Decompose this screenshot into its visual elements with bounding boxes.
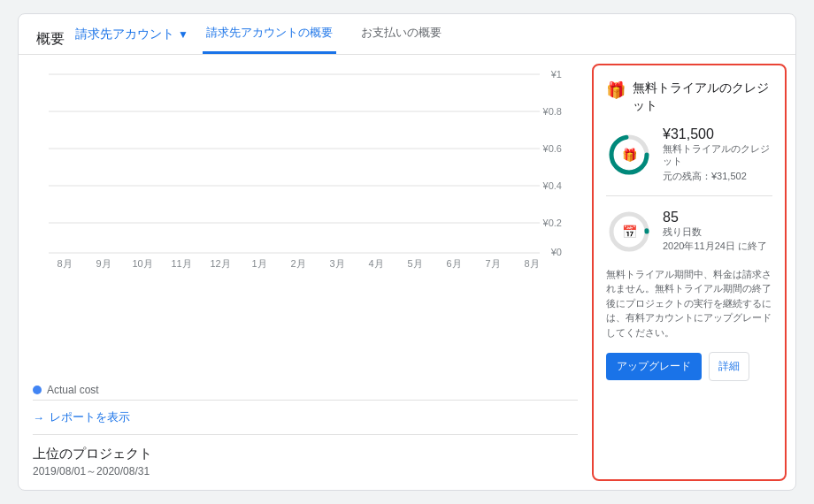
credit-donut: 🎁 <box>606 132 652 178</box>
tab-payment-overview[interactable]: お支払いの概要 <box>357 25 445 54</box>
divider <box>606 195 772 196</box>
svg-text:4月: 4月 <box>368 258 383 269</box>
tab-billing-overview[interactable]: 請求先アカウントの概要 <box>203 25 336 54</box>
days-info: 85 残り日数 2020年11月24日 に終了 <box>663 210 767 253</box>
projects-title: 上位のプロジェクト <box>33 446 578 462</box>
detail-button[interactable]: 詳細 <box>709 352 749 381</box>
free-trial-notice: 無料トライアル期間中、料金は請求されません。無料トライアル期間の終了後にプロジェ… <box>606 267 772 340</box>
report-link[interactable]: → レポートを表示 <box>33 400 578 435</box>
svg-text:¥1: ¥1 <box>550 69 562 80</box>
days-amount: 85 <box>663 210 767 225</box>
tab-bar: 請求先アカウントの概要 お支払いの概要 <box>203 25 778 54</box>
legend-dot <box>33 386 42 394</box>
svg-text:1月: 1月 <box>251 258 266 269</box>
panel-title: 🎁 無料トライアルのクレジット <box>606 80 772 114</box>
main-window: 概要 請求先アカウント ▼ 請求先アカウントの概要 お支払いの概要 ¥1 ¥0.… <box>18 13 796 491</box>
svg-text:2月: 2月 <box>290 258 305 269</box>
chart-svg: ¥1 ¥0.8 ¥0.6 ¥0.4 ¥0.2 ¥0 8月 9月 <box>33 65 578 269</box>
chevron-down-icon: ▼ <box>178 28 188 41</box>
chart-area: ¥1 ¥0.8 ¥0.6 ¥0.4 ¥0.2 ¥0 8月 9月 <box>33 65 578 378</box>
projects-subtitle: 2019/08/01～2020/08/31 <box>33 464 578 479</box>
account-selector[interactable]: 請求先アカウント ▼ <box>75 27 188 53</box>
svg-text:10月: 10月 <box>132 258 152 269</box>
svg-text:¥0.8: ¥0.8 <box>542 106 562 117</box>
svg-text:¥0.6: ¥0.6 <box>542 143 562 154</box>
credit-amount: ¥31,500 <box>663 126 772 142</box>
credit-original: 元の残高：¥31,502 <box>663 170 772 183</box>
arrow-right-icon: → <box>33 411 44 424</box>
svg-text:7月: 7月 <box>485 258 500 269</box>
chart-legend: Actual cost <box>33 384 578 396</box>
svg-text:12月: 12月 <box>210 258 230 269</box>
svg-text:9月: 9月 <box>96 258 111 269</box>
projects-section: 上位のプロジェクト 2019/08/01～2020/08/31 <box>33 446 578 479</box>
credit-item: 🎁 ¥31,500 無料トライアルのクレジット 元の残高：¥31,502 <box>606 126 772 183</box>
svg-text:📅: 📅 <box>622 225 638 240</box>
days-item: 📅 85 残り日数 2020年11月24日 に終了 <box>606 209 772 255</box>
header: 概要 請求先アカウント ▼ 請求先アカウントの概要 お支払いの概要 <box>19 14 795 55</box>
report-link-label: レポートを表示 <box>50 409 130 425</box>
credit-label: 無料トライアルのクレジット <box>663 142 772 168</box>
panel-buttons: アップグレード 詳細 <box>606 352 772 381</box>
svg-text:8月: 8月 <box>524 258 539 269</box>
right-panel: 🎁 無料トライアルのクレジット 🎁 ¥31,500 <box>592 64 787 481</box>
svg-text:¥0: ¥0 <box>550 247 562 257</box>
days-end: 2020年11月24日 に終了 <box>663 240 767 253</box>
svg-text:🎁: 🎁 <box>622 148 638 163</box>
panel-title-text: 無料トライアルのクレジット <box>633 80 772 114</box>
credit-info: ¥31,500 無料トライアルのクレジット 元の残高：¥31,502 <box>663 126 772 183</box>
svg-text:3月: 3月 <box>329 258 344 269</box>
days-label: 残り日数 <box>663 225 767 238</box>
svg-text:11月: 11月 <box>171 258 191 269</box>
gift-icon: 🎁 <box>606 80 626 102</box>
svg-text:5月: 5月 <box>407 258 422 269</box>
legend-label: Actual cost <box>47 384 99 396</box>
svg-text:6月: 6月 <box>446 258 461 269</box>
svg-text:¥0.4: ¥0.4 <box>542 180 562 191</box>
upgrade-button[interactable]: アップグレード <box>606 353 702 380</box>
account-label: 請求先アカウント <box>75 27 174 42</box>
body: ¥1 ¥0.8 ¥0.6 ¥0.4 ¥0.2 ¥0 8月 9月 <box>19 55 795 490</box>
left-panel: ¥1 ¥0.8 ¥0.6 ¥0.4 ¥0.2 ¥0 8月 9月 <box>19 55 592 490</box>
svg-text:¥0.2: ¥0.2 <box>542 218 562 228</box>
svg-text:8月: 8月 <box>57 258 72 269</box>
page-title: 概要 <box>36 30 65 49</box>
days-donut: 📅 <box>606 209 652 255</box>
